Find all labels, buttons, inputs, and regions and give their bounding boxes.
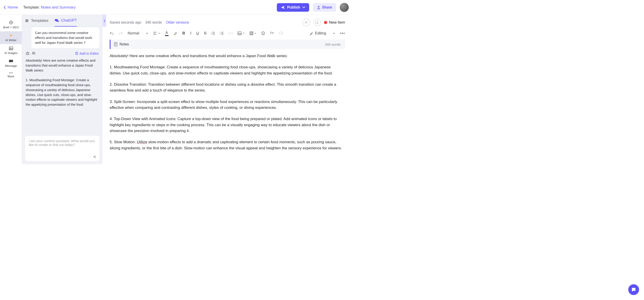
robot-icon [26, 51, 30, 55]
doc-paragraph: 2. Dissolve Transition: Transition betwe… [110, 82, 343, 94]
saved-status: Saved seconds ago [110, 21, 141, 25]
label: More [8, 75, 14, 78]
svg-point-13 [305, 21, 306, 23]
notes-title: Notes [120, 42, 129, 46]
label: Templates [31, 19, 48, 23]
chat-input[interactable]: I am your content assistant. What would … [25, 136, 99, 161]
add-schedule-button[interactable] [313, 19, 321, 26]
bolt-icon [9, 34, 13, 38]
status-left: Saved seconds ago 345 words Older versio… [110, 21, 189, 25]
template-name-link[interactable]: Notes and Summary [41, 5, 76, 10]
paragraph-format-select[interactable]: Normal [128, 31, 148, 35]
svg-rect-23 [250, 32, 253, 35]
svg-rect-10 [26, 53, 29, 55]
ai-message: AI Add to Editor Absolutely! Here are so… [25, 51, 99, 107]
svg-point-4 [9, 72, 10, 73]
home-label: Home [8, 5, 18, 10]
word-count: 345 words [146, 21, 162, 25]
home-link[interactable]: Home [4, 5, 18, 10]
editor-area: Saved seconds ago 345 words Older versio… [102, 15, 352, 164]
rail-ai-writer[interactable]: AI Writer [0, 31, 22, 44]
ai-message-header: AI Add to Editor [26, 51, 99, 55]
rail-ai-images[interactable]: AI Images [0, 44, 22, 57]
format-label: Normal [128, 31, 139, 35]
strikethrough-button[interactable]: S [204, 31, 206, 36]
new-item-label: New Item [329, 20, 345, 25]
toolbar-more-button[interactable]: ••• [340, 31, 345, 35]
table-button[interactable] [250, 32, 256, 35]
image-insert-button[interactable] [238, 32, 245, 35]
link-button[interactable] [228, 32, 232, 35]
rail-message[interactable]: Message [0, 57, 22, 70]
rail-more[interactable]: More [0, 70, 22, 80]
collapse-panel-button[interactable] [102, 15, 106, 27]
ai-message-text: Absolutely! Here are some creative effec… [26, 58, 99, 107]
svg-point-26 [264, 33, 264, 33]
clear-format-button[interactable]: T [270, 32, 274, 35]
chat-body: Can you recommend some creative effects … [22, 27, 102, 136]
editing-label: Editing [315, 31, 326, 35]
redo-button[interactable] [119, 32, 123, 35]
numbered-list-button[interactable]: 123 [220, 32, 224, 35]
emoji-button[interactable] [261, 32, 265, 35]
chat-panel: Templates ChatGPT Can you recommend some… [22, 15, 102, 164]
spellcheck-underline: Utilize [137, 140, 147, 144]
new-item-button[interactable]: New Item [324, 20, 345, 25]
undo-button[interactable] [110, 32, 114, 35]
publish-label: Publish [287, 6, 300, 10]
document-body[interactable]: Absolutely! Here are some creative effec… [110, 53, 345, 164]
svg-point-3 [10, 48, 10, 48]
send-icon [281, 6, 285, 9]
label: Brief + SEO [3, 26, 19, 29]
header-right: Publish Share [277, 3, 349, 12]
font-color-button[interactable]: A [165, 31, 168, 36]
svg-point-6 [12, 72, 13, 73]
underline-button[interactable]: U [196, 31, 199, 36]
doc-paragraph: 3. Split-Screen: Incorporate a split-scr… [110, 99, 343, 111]
insert-icon [75, 52, 78, 55]
align-button[interactable] [153, 32, 160, 35]
user-message-text: Can you recommend some creative effects … [35, 31, 92, 45]
left-rail: Brief + SEO AI Writer AI Images Message … [0, 15, 22, 164]
highlight-button[interactable] [174, 31, 178, 35]
italic-button[interactable]: I [190, 31, 192, 36]
svg-rect-8 [26, 19, 27, 22]
red-dot-icon [324, 21, 327, 24]
bold-button[interactable]: B [182, 31, 185, 36]
send-button[interactable] [92, 155, 96, 159]
svg-point-12 [28, 53, 28, 54]
svg-point-16 [212, 33, 212, 34]
tab-templates[interactable]: Templates [25, 15, 48, 27]
rail-brief-seo[interactable]: Brief + SEO [0, 18, 22, 31]
avatar[interactable] [340, 3, 349, 12]
user-message: Can you recommend some creative effects … [32, 27, 99, 48]
share-button[interactable]: Share [313, 3, 336, 12]
bullet-list-button[interactable] [212, 32, 215, 35]
older-versions-link[interactable]: Older versions [166, 21, 189, 25]
add-to-editor-label: Add to Editor [79, 52, 99, 55]
image-icon [9, 46, 13, 50]
ai-name: AI [32, 51, 35, 55]
doc-paragraph: 1. Mouthwatering Food Montage: Create a … [110, 64, 343, 76]
svg-rect-29 [114, 43, 117, 46]
share-label: Share [322, 6, 332, 10]
svg-point-22 [239, 33, 239, 33]
publish-button[interactable]: Publish [277, 3, 309, 12]
label: AI Images [4, 51, 18, 55]
svg-text:T: T [270, 32, 272, 35]
editing-mode-select[interactable]: Editing [310, 31, 335, 35]
label: AI Writer [5, 39, 16, 42]
comment-button[interactable] [279, 32, 283, 35]
svg-point-5 [10, 72, 12, 73]
chat-bubbles-icon [54, 19, 59, 23]
doc-paragraph: 5. Slow Motion: Utilize slow-motion effe… [110, 139, 343, 151]
tab-chatgpt[interactable]: ChatGPT [54, 15, 77, 27]
chat-icon [9, 59, 13, 63]
svg-point-24 [262, 32, 265, 35]
add-to-editor-button[interactable]: Add to Editor [75, 52, 99, 55]
add-person-button[interactable] [302, 19, 310, 26]
svg-rect-7 [26, 19, 26, 22]
label: Message [5, 64, 17, 68]
notes-word-count: 345 words [325, 43, 341, 46]
svg-point-15 [212, 32, 212, 33]
